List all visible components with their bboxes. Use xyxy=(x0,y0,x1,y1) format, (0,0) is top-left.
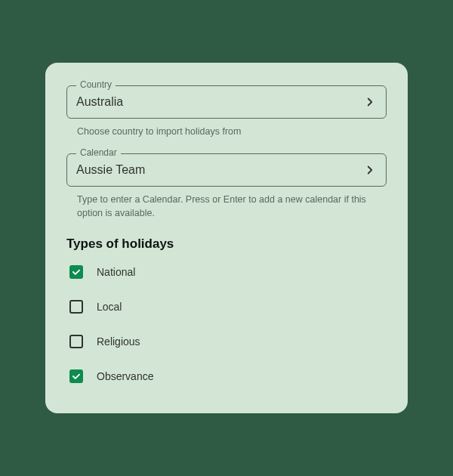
country-helper: Choose country to import holidays from xyxy=(66,119,387,150)
country-label: Country xyxy=(76,79,116,90)
country-value: Australia xyxy=(76,95,363,109)
chevron-right-icon xyxy=(363,95,377,109)
holiday-type-checkbox[interactable] xyxy=(69,369,83,383)
calendar-label: Calendar xyxy=(76,147,121,158)
calendar-select[interactable]: Calendar Aussie Team xyxy=(66,153,387,187)
holiday-type-row: Local xyxy=(69,300,387,314)
country-select[interactable]: Country Australia xyxy=(66,85,387,119)
holiday-type-checkbox[interactable] xyxy=(69,335,83,348)
calendar-helper: Type to enter a Calendar. Press or Enter… xyxy=(66,187,387,232)
country-field-wrap: Country Australia Choose country to impo… xyxy=(66,85,387,150)
types-heading: Types of holidays xyxy=(66,236,387,252)
chevron-right-icon xyxy=(363,163,377,177)
calendar-value: Aussie Team xyxy=(76,163,363,177)
holiday-type-label: National xyxy=(97,266,135,278)
calendar-field-wrap: Calendar Aussie Team Type to enter a Cal… xyxy=(66,153,387,232)
holiday-type-checkbox[interactable] xyxy=(69,265,83,279)
holiday-type-row: Religious xyxy=(69,335,387,348)
holiday-type-label: Observance xyxy=(97,370,153,382)
holiday-types-list: National Local Religious Observance xyxy=(66,265,387,383)
holiday-type-label: Religious xyxy=(97,335,140,348)
holiday-type-row: Observance xyxy=(69,369,387,383)
holiday-type-checkbox[interactable] xyxy=(69,300,83,314)
import-holidays-card: Country Australia Choose country to impo… xyxy=(45,63,408,413)
holiday-type-row: National xyxy=(69,265,387,279)
holiday-type-label: Local xyxy=(97,301,122,313)
